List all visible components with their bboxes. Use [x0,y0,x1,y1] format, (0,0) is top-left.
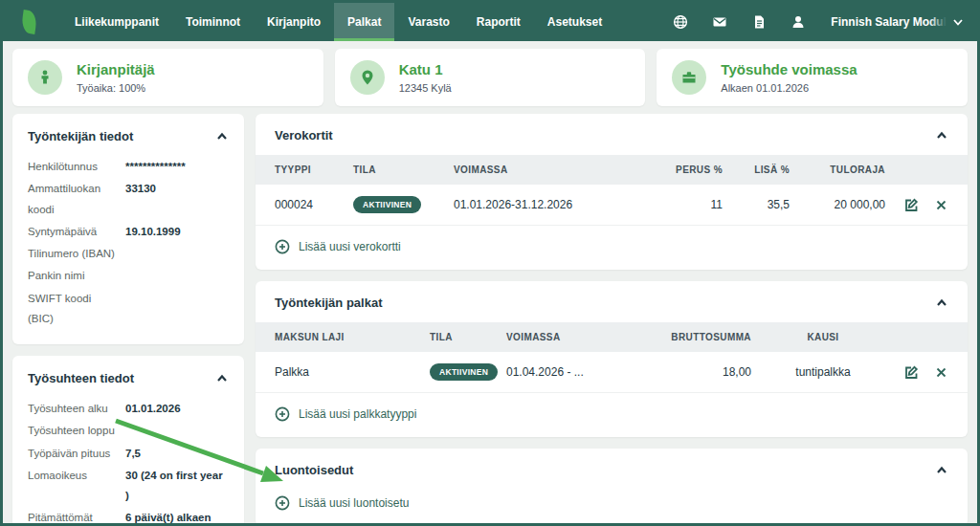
nav-item-toiminnot[interactable]: Toiminnot [172,3,254,41]
field-label: Henkilötunnus [28,157,125,177]
nav-item-liikekumppanit[interactable]: Liikekumppanit [61,3,172,41]
field-value: 01.01.2026 [125,399,229,419]
col-voimassa: VOIMASSA [506,332,608,342]
leaf-logo-icon [20,10,37,34]
summary-card-role: Kirjanpitäjä Työaika: 100% [12,49,323,106]
field-value: ************** [125,157,229,177]
add-benefit-button[interactable]: Lisää uusi luontoisetu [256,490,968,526]
field-row: Tilinumero (IBAN) [28,244,229,264]
nav-item-raportit[interactable]: Raportit [463,3,534,41]
employee-info-panel: Työntekijän tiedot Henkilötunnus *******… [12,114,244,344]
document-icon[interactable] [750,14,767,31]
table-row: 000024 AKTIIVINEN 01.01.2026-31.12.2026 … [256,185,968,226]
field-value: 7,5 [125,444,229,464]
field-label: Pankin nimi [28,266,125,286]
col-tuloraja: TULORAJA [790,164,885,175]
card-title: Työsuhde voimassa [721,61,857,79]
field-value: 30 (24 on first year ) [125,466,229,507]
field-value: 6 päivä(t) alkaen 01.01.2026 [125,508,229,526]
collapse-chevron-icon[interactable] [935,464,948,477]
plus-circle-icon [275,406,290,422]
card-subtitle: Työaika: 100% [77,82,155,94]
field-value [125,266,229,286]
mail-icon[interactable] [711,14,727,31]
table-header: TYYPPI TILA VOIMASSA PERUS % LISÄ % TULO… [256,155,968,185]
status-badge: AKTIIVINEN [430,363,498,381]
summary-cards-row: Kirjanpitäjä Työaika: 100% Katu 1 12345 … [3,41,977,106]
col-tila: TILA [430,332,506,342]
cell-tuloraja: 20 000,00 [790,198,885,211]
field-row: Työpäivän pituus 7,5 [28,444,229,464]
field-row: Työsuhteen alku 01.01.2026 [28,399,229,419]
field-row: Henkilötunnus ************** [28,157,229,177]
delete-icon[interactable] [934,365,948,380]
add-salary-type-label: Lisää uusi palkkatyyppi [299,407,416,421]
field-value: 33130 [125,179,229,220]
benefits-panel: Luontoisedut Lisää uusi luontoisetu [256,449,968,526]
collapse-chevron-icon[interactable] [935,129,948,142]
cell-voimassa: 01.01.2026-31.12.2026 [454,198,646,211]
field-value [125,421,229,441]
col-tyyppi: TYYPPI [275,164,353,175]
field-label: SWIFT koodi (BIC) [28,289,125,330]
collapse-chevron-icon[interactable] [215,372,229,385]
panel-title: Työntekijän tiedot [28,129,133,143]
delete-icon[interactable] [934,198,948,212]
add-tax-card-label: Lisää uusi verokortti [299,240,401,253]
top-navbar: Liikekumppanit Toiminnot Kirjanpito Palk… [3,3,977,41]
field-label: Ammattiluokan koodi [28,179,125,220]
tax-cards-panel: Verokortit TYYPPI TILA VOIMASSA PERUS % … [256,114,968,270]
field-row: Pitämättömät lomapäivät 6 päivä(t) alkae… [28,508,229,526]
add-salary-type-button[interactable]: Lisää uusi palkkatyyppi [256,393,968,437]
card-title: Katu 1 [399,61,452,79]
main-menu: Liikekumppanit Toiminnot Kirjanpito Palk… [61,3,615,41]
panel-title: Verokortit [275,128,333,142]
user-icon[interactable] [790,14,806,31]
col-maksun-laji: MAKSUN LAJI [275,332,430,342]
location-pin-icon [350,60,385,95]
collapse-chevron-icon[interactable] [215,130,229,143]
panel-title: Työsuhteen tiedot [28,371,134,385]
edit-icon[interactable] [904,365,919,380]
col-kausi: KAUSI [751,332,895,342]
field-label: Lomaoikeus [28,466,125,507]
cell-perus: 11 [646,198,723,211]
card-subtitle: Alkaen 01.01.2026 [721,82,857,94]
user-dropdown[interactable]: Finnish Salary Modul [831,15,964,29]
add-tax-card-button[interactable]: Lisää uusi verokortti [256,226,968,270]
plus-circle-icon [275,495,290,511]
panel-title: Luontoisedut [275,463,353,477]
field-row: Pankin nimi [28,266,229,286]
nav-item-palkat[interactable]: Palkat [334,3,394,41]
table-row: Palkka AKTIIVINEN 01.04.2026 - ... 18,00… [256,352,968,393]
nav-item-kirjanpito[interactable]: Kirjanpito [254,3,334,41]
field-row: Ammattiluokan koodi 33130 [28,179,229,220]
summary-card-employment: Työsuhde voimassa Alkaen 01.01.2026 [657,49,968,106]
field-label: Tilinumero (IBAN) [28,244,125,264]
add-benefit-label: Lisää uusi luontoisetu [299,496,409,510]
chevron-down-icon [952,16,964,28]
cell-voimassa: 01.04.2026 - ... [506,365,608,379]
field-label: Pitämättömät lomapäivät [28,508,125,526]
briefcase-icon [672,60,706,95]
col-bruttosumma: BRUTTOSUMMA [608,332,751,342]
nav-item-varasto[interactable]: Varasto [394,3,462,41]
card-subtitle: 12345 Kylä [399,82,452,94]
employment-info-panel: Työsuhteen tiedot Työsuhteen alku 01.01.… [12,356,244,526]
collapse-chevron-icon[interactable] [935,296,948,310]
field-label: Syntymäpäivä [28,222,125,242]
left-sidebar: Työntekijän tiedot Henkilötunnus *******… [12,114,244,526]
field-row: Työsuhteen loppu [28,421,229,441]
edit-icon[interactable] [904,198,919,212]
col-voimassa: VOIMASSA [454,164,646,175]
field-value: 19.10.1999 [125,222,229,242]
field-label: Työpäivän pituus [28,444,125,464]
field-value [125,244,229,264]
cell-lisa: 35,5 [723,198,790,211]
cell-tyyppi: 000024 [275,198,353,211]
plus-circle-icon [275,239,290,254]
nav-item-asetukset[interactable]: Asetukset [534,3,615,41]
card-title: Kirjanpitäjä [77,61,155,79]
globe-icon[interactable] [672,14,688,31]
status-badge: AKTIIVINEN [353,196,421,213]
